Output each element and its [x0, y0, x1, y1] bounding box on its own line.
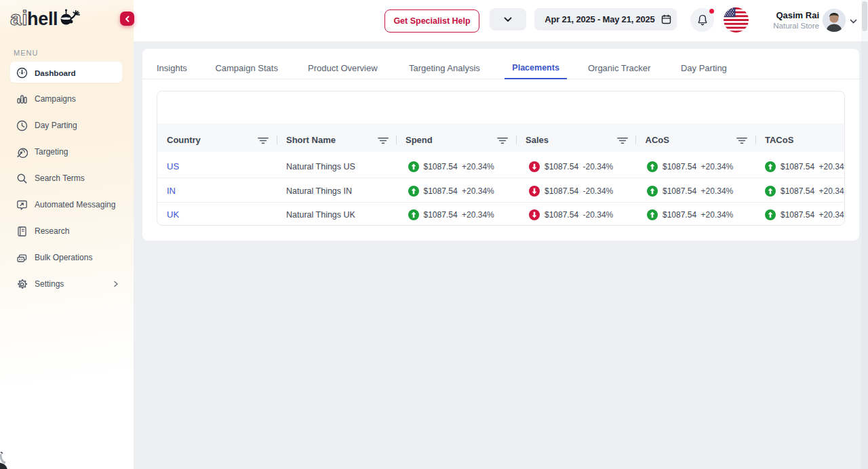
svg-text:ai: ai — [10, 7, 28, 29]
svg-text:hell: hell — [27, 9, 58, 29]
